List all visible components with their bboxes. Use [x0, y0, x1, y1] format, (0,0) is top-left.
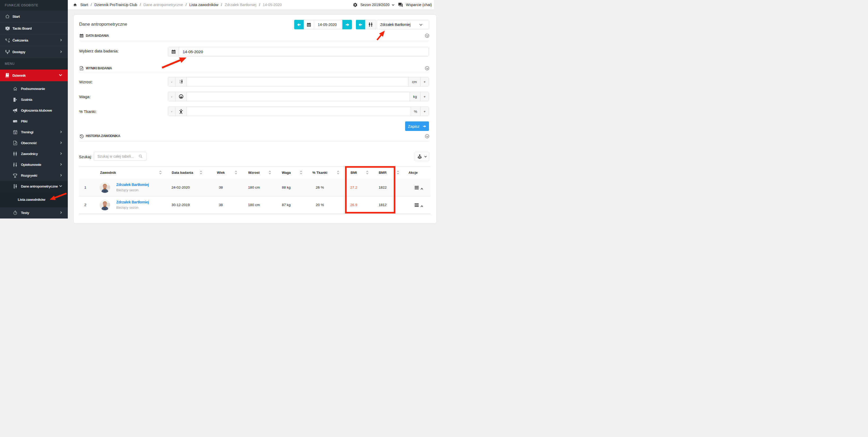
svg-text:31: 31: [14, 132, 16, 134]
